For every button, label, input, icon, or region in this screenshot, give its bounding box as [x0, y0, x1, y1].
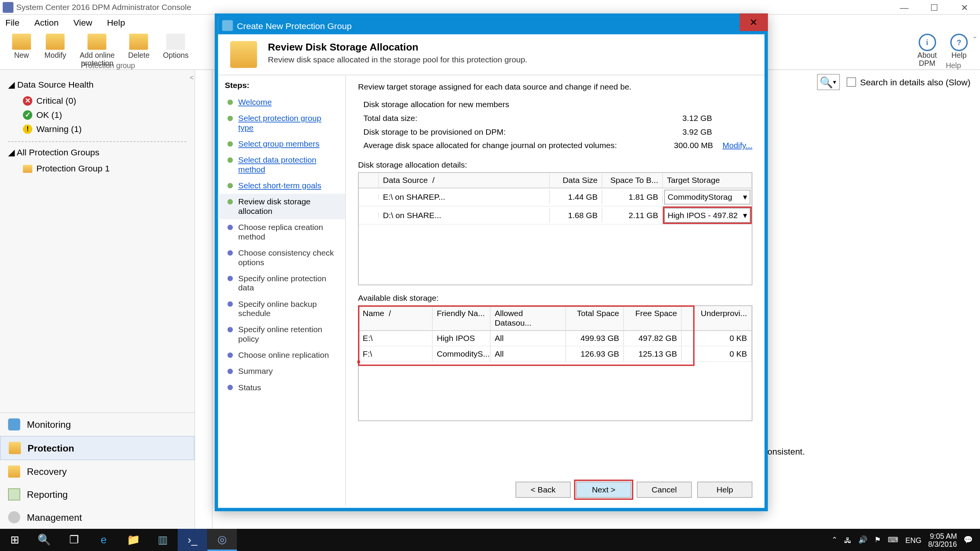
nav-monitoring[interactable]: Monitoring: [0, 413, 194, 436]
toolbar-group-label: Protection group: [81, 61, 135, 69]
server-manager-icon[interactable]: ▥: [148, 529, 178, 551]
dialog-close-button[interactable]: ✕: [740, 13, 768, 31]
modify-link[interactable]: Modify...: [722, 140, 752, 150]
col-friendly[interactable]: Friendly Na...: [433, 306, 490, 330]
details-row[interactable]: D:\ on SHARE... 1.68 GB 2.11 GB High IPO…: [359, 207, 752, 225]
nav-management[interactable]: Management: [0, 506, 194, 529]
step-online-data[interactable]: Specify online protection data: [218, 271, 345, 296]
flag-icon[interactable]: ⚑: [874, 535, 881, 544]
avail-row[interactable]: E:\ High IPOS All 499.93 GB 497.82 GB 0 …: [359, 331, 752, 346]
chevron-down-icon[interactable]: ▾: [833, 79, 836, 86]
col-target[interactable]: Target Storage: [663, 173, 752, 188]
close-button[interactable]: ✕: [950, 0, 980, 15]
step-select-method[interactable]: Select data protection method: [218, 152, 345, 178]
menu-help[interactable]: Help: [107, 17, 125, 27]
target-storage-select[interactable]: High IPOS - 497.82▾: [664, 208, 750, 223]
notifications-icon[interactable]: 💬: [964, 535, 973, 544]
back-button[interactable]: < Back: [516, 482, 571, 498]
step-short-goals[interactable]: Select short-term goals: [218, 178, 345, 194]
step-consistency[interactable]: Choose consistency check options: [218, 245, 345, 271]
details-label: Disk storage allocation details:: [358, 160, 752, 170]
search-icon: 🔍: [820, 76, 833, 88]
minimize-button[interactable]: —: [889, 0, 919, 15]
toolbar-overflow-icon[interactable]: ⌄: [972, 32, 977, 39]
step-online-schedule[interactable]: Specify online backup schedule: [218, 296, 345, 322]
help-button[interactable]: Help: [697, 482, 752, 498]
cancel-button[interactable]: Cancel: [637, 482, 692, 498]
gear-icon: [8, 511, 20, 523]
nav-recovery[interactable]: Recovery: [0, 460, 194, 483]
taskbar: ⊞ 🔍 ❐ e 📁 ▥ ›_ ◎ ⌃ 🖧 🔊 ⚑ ⌨ ENG 9:05 AM8/…: [0, 529, 980, 551]
tool-modify[interactable]: Modify: [38, 31, 73, 62]
search-input[interactable]: 🔍▾: [817, 74, 840, 90]
step-select-members[interactable]: Select group members: [218, 136, 345, 152]
tree-health-header[interactable]: ◢ Data Source Health: [8, 79, 186, 89]
chevron-down-icon: ▾: [743, 210, 747, 220]
language-indicator[interactable]: ENG: [905, 536, 921, 544]
health-ok[interactable]: ✓OK (1): [8, 108, 186, 122]
alloc-header: Disk storage allocation for new members: [363, 99, 752, 109]
nav-bottom: Monitoring Protection Recovery Reporting…: [0, 412, 194, 529]
dialog-titlebar[interactable]: Create New Protection Group: [218, 17, 764, 34]
target-storage-select[interactable]: CommodityStorag▾: [664, 190, 750, 205]
status-text: consistent.: [763, 447, 805, 456]
step-select-type[interactable]: Select protection group type: [218, 110, 345, 136]
tool-delete[interactable]: Delete: [121, 31, 156, 62]
step-summary[interactable]: Summary: [218, 363, 345, 379]
create-protection-group-dialog: Create New Protection Group ✕ Review Dis…: [215, 13, 768, 511]
step-replica[interactable]: Choose replica creation method: [218, 219, 345, 245]
keyboard-icon[interactable]: ⌨: [888, 535, 898, 544]
col-datasource[interactable]: Data Source /: [379, 173, 550, 188]
window-title: System Center 2016 DPM Administrator Con…: [16, 2, 191, 12]
next-button[interactable]: Next >: [576, 482, 631, 498]
start-button[interactable]: ⊞: [0, 529, 29, 551]
ie-icon[interactable]: e: [89, 529, 118, 551]
col-free-space[interactable]: Free Space: [624, 306, 682, 330]
powershell-icon[interactable]: ›_: [178, 529, 207, 551]
prov-value: 3.92 GB: [652, 127, 712, 137]
col-space[interactable]: Space To B...: [602, 173, 663, 188]
chevron-down-icon: ▾: [743, 192, 747, 202]
step-review-allocation[interactable]: Review disk storage allocation: [218, 194, 345, 219]
reporting-icon: [8, 488, 20, 500]
avail-row[interactable]: F:\ CommodityS... All 126.93 GB 125.13 G…: [359, 346, 752, 362]
health-warning[interactable]: !Warning (1): [8, 122, 186, 136]
maximize-button[interactable]: ☐: [919, 0, 949, 15]
health-critical[interactable]: ✕Critical (0): [8, 93, 186, 108]
sound-icon[interactable]: 🔊: [858, 535, 868, 544]
group-item-1[interactable]: Protection Group 1: [8, 161, 186, 176]
col-underprov[interactable]: Underprovi...: [682, 306, 752, 330]
clock[interactable]: 9:05 AM8/3/2016: [928, 532, 957, 548]
explorer-icon[interactable]: 📁: [118, 529, 148, 551]
folder-icon: [23, 165, 33, 173]
tray-up-icon[interactable]: ⌃: [831, 535, 838, 544]
tree-groups-header[interactable]: ◢ All Protection Groups: [8, 147, 186, 157]
details-table: Data Source / Data Size Space To B... Ta…: [358, 172, 752, 285]
collapse-caret-icon[interactable]: <: [190, 74, 194, 81]
menu-view[interactable]: View: [74, 17, 92, 27]
search-button[interactable]: 🔍: [29, 529, 59, 551]
toolbar-help-label: Help: [946, 61, 961, 69]
menu-file[interactable]: File: [5, 17, 20, 27]
tool-new[interactable]: New: [5, 31, 38, 62]
nav-reporting[interactable]: Reporting: [0, 483, 194, 506]
col-name[interactable]: Name /: [359, 306, 433, 330]
col-datasize[interactable]: Data Size: [550, 173, 602, 188]
col-total-space[interactable]: Total Space: [566, 306, 624, 330]
step-status[interactable]: Status: [218, 380, 345, 396]
dpm-taskbar-icon[interactable]: ◎: [207, 529, 237, 551]
details-row[interactable]: E:\ on SHAREP... 1.44 GB 1.81 GB Commodi…: [359, 188, 752, 206]
task-view-button[interactable]: ❐: [59, 529, 89, 551]
tool-options[interactable]: Options: [156, 31, 195, 62]
search-details-checkbox[interactable]: Search in details also (Slow): [847, 77, 971, 87]
nav-protection[interactable]: Protection: [0, 436, 194, 460]
network-icon[interactable]: 🖧: [844, 536, 851, 544]
dialog-header: Review Disk Storage Allocation Review di…: [218, 34, 764, 75]
step-welcome[interactable]: Welcome: [218, 94, 345, 110]
tool-about[interactable]: iAbout DPM: [911, 31, 944, 70]
step-online-replication[interactable]: Choose online replication: [218, 347, 345, 363]
total-size-label: Total data size:: [363, 114, 651, 123]
menu-action[interactable]: Action: [34, 17, 59, 27]
step-online-retention[interactable]: Specify online retention policy: [218, 321, 345, 347]
col-allowed[interactable]: Allowed Datasou...: [491, 306, 566, 330]
